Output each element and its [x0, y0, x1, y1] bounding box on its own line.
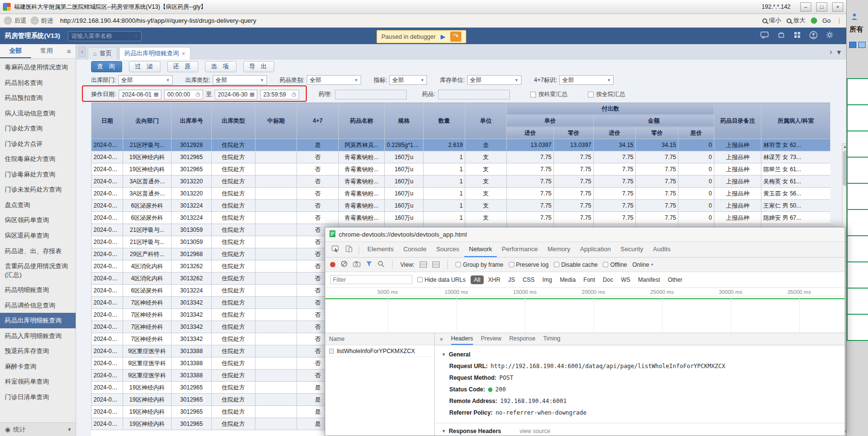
table-row[interactable]: 2024-06-306区泌尿外科3013224住院处方否青霉素钠粉...160万…	[92, 200, 831, 212]
close-detail-icon[interactable]: ×	[440, 336, 443, 343]
column-header[interactable]: 药品目录备注	[714, 103, 761, 139]
sidebar-item[interactable]: 药品别名查询	[0, 75, 76, 91]
network-type-filter[interactable]: Media	[556, 275, 579, 284]
sidebar-item[interactable]: 盘点查询	[0, 197, 76, 213]
sidebar-item[interactable]: 药品预扣查询	[0, 90, 76, 106]
network-type-filter[interactable]: All	[471, 275, 484, 284]
devtools-tab-elements[interactable]: Elements	[363, 242, 398, 257]
network-type-filter[interactable]: Font	[580, 275, 599, 284]
view-detail-icon[interactable]	[432, 261, 440, 268]
table-row[interactable]: 2024-06-3019区神经内科3012965住院处方否青霉素钠粉...160…	[92, 151, 831, 163]
zoom-out-button[interactable]: 缩小	[762, 16, 781, 25]
network-type-filter[interactable]: Other	[664, 275, 686, 284]
sidebar-item[interactable]: 门诊毒麻处方查询	[0, 167, 76, 182]
network-timeline[interactable]: 5000 ms10000 ms15000 ms20000 ms25000 ms3…	[325, 288, 845, 333]
sidebar-item[interactable]: 门诊未发药处方查询	[0, 182, 76, 197]
device-toolbar-icon[interactable]	[343, 245, 355, 254]
column-header[interactable]: 去向部门	[123, 103, 172, 139]
table-row[interactable]: 2024-06-3019区神经内科3012965住院处方否青霉素钠粉...160…	[92, 163, 831, 176]
sidebar-item[interactable]: 药品明细账查询	[0, 282, 76, 298]
filter-select[interactable]: 全部▼	[559, 75, 614, 85]
sidebar-item[interactable]: 贵重药品使用情况查询(汇总)	[0, 258, 76, 282]
message-icon[interactable]	[760, 31, 769, 41]
sidebar-item[interactable]: 病区领药单查询	[0, 212, 76, 228]
sidebar-item[interactable]: 门诊处方点评	[0, 136, 76, 152]
devtools-tab-memory[interactable]: Memory	[543, 242, 575, 257]
sidebar-item[interactable]: 药品出库明细账查询	[0, 313, 76, 328]
close-button[interactable]: ×	[832, 2, 843, 12]
tab-scroll-right[interactable]: ›	[830, 48, 832, 57]
sidebar-item[interactable]: 预退药库存查询	[0, 343, 76, 359]
menu-search-dropdown[interactable]: 请输入菜单名称 ▼	[68, 31, 142, 41]
date-from-input[interactable]: 2024-06-01 ▦	[119, 90, 161, 99]
tab-home[interactable]: ⌂ 首页	[88, 47, 117, 60]
toolbar-button[interactable]: 导 出	[243, 61, 274, 72]
column-subheader[interactable]: 进价	[507, 127, 554, 139]
devtools-tab-network[interactable]: Network	[464, 242, 497, 257]
column-header[interactable]: 中标期	[255, 103, 297, 139]
table-row[interactable]: 2024-06-3021区呼吸与...3012928住院处方是阿莫西林克...0…	[92, 139, 831, 151]
toolbar-button[interactable]: 过 滤	[129, 61, 160, 72]
column-header[interactable]: 单位	[465, 103, 507, 139]
go-button[interactable]: Go	[822, 17, 831, 24]
view-list-icon[interactable]	[420, 261, 427, 268]
devtools-tab-application[interactable]: Application	[575, 242, 616, 257]
column-header[interactable]: 数量	[424, 103, 465, 139]
sidebar-item[interactable]: 药品入库明细账查询	[0, 328, 76, 344]
request-row[interactable]: listWholeInfoForYPCKMXZCX	[325, 345, 434, 357]
devtools-tab-security[interactable]: Security	[615, 242, 648, 257]
filter-select[interactable]: 全部▼	[118, 75, 173, 85]
sidebar-item[interactable]: 住院毒麻处方查询	[0, 151, 76, 167]
column-header[interactable]: 药品名称	[339, 103, 385, 139]
network-type-filter[interactable]: Img	[539, 275, 555, 284]
detail-tab-headers[interactable]: Headers	[451, 333, 473, 345]
name-column-header[interactable]: Name	[325, 333, 434, 345]
column-header[interactable]: 出库类型	[212, 103, 255, 139]
zoom-in-button[interactable]: 放大	[787, 16, 805, 25]
summarize-by-dept-checkbox[interactable]: 按科室汇总	[530, 90, 568, 98]
network-filter-input[interactable]	[330, 275, 412, 284]
drug-input[interactable]	[438, 90, 510, 99]
tab-close-icon[interactable]: ×	[182, 50, 185, 57]
network-type-filter[interactable]: JS	[505, 275, 518, 284]
sidebar-item[interactable]: 科室领药单查询	[0, 374, 76, 389]
sidebar-item[interactable]: 门诊处方查询	[0, 121, 76, 136]
column-subheader[interactable]: 零价	[554, 127, 594, 139]
column-subheader[interactable]: 差价	[679, 127, 714, 139]
profile-icon[interactable]	[809, 31, 818, 41]
offline-checkbox[interactable]: Offline	[603, 261, 627, 268]
hide-data-urls-checkbox[interactable]: Hide data URLs	[417, 276, 466, 283]
network-type-filter[interactable]: XHR	[485, 275, 504, 284]
column-subheader[interactable]: 零价	[636, 127, 679, 139]
table-row[interactable]: 2024-06-303A区普通外...3013220住院处方否青霉素钠粉...1…	[92, 176, 831, 188]
inspect-element-icon[interactable]	[329, 245, 342, 254]
time-to-input[interactable]: 23:59:59 ◷	[260, 90, 299, 99]
toolbar-button[interactable]: 还 原	[167, 61, 198, 72]
column-header[interactable]: 4+7	[297, 103, 339, 139]
scrollbar-thumb[interactable]	[843, 151, 846, 186]
tab-scroll-left[interactable]: ‹	[79, 47, 86, 57]
step-over-icon[interactable]: ↷	[450, 32, 461, 42]
back-button[interactable]: ← 后退	[4, 16, 27, 25]
menu-dots-icon[interactable]: ⋮	[836, 17, 842, 24]
sidebar-item[interactable]: 药品调价信息查询	[0, 298, 76, 313]
group-by-frame-checkbox[interactable]: Group by frame	[456, 261, 503, 268]
general-section-header[interactable]: ▼ General	[435, 351, 845, 360]
table-row[interactable]: 2024-06-306区泌尿外科3013224住院处方否青霉素钠粉...160万…	[92, 212, 831, 224]
detail-tab-response[interactable]: Response	[509, 333, 536, 345]
filter-select[interactable]: 全部▼	[467, 75, 521, 85]
apps-grid-icon[interactable]	[793, 31, 801, 41]
minimize-button[interactable]: –	[800, 2, 811, 12]
response-headers-section-header[interactable]: ▼ Response Headers view source	[435, 428, 845, 436]
column-header[interactable]: 日期	[92, 103, 123, 139]
sidebar-item[interactable]: 门诊日清单查询	[0, 389, 76, 405]
tab-drugs-delivery-query[interactable]: 药品出库明细账查询 ×	[119, 47, 191, 60]
devtools-tab-performance[interactable]: Performance	[497, 242, 542, 257]
toolbar-button[interactable]: 选 项	[205, 61, 236, 72]
address-bar[interactable]: http://192.168.190.44:8000/his-yf/app/#/…	[60, 17, 256, 24]
summarize-by-hospital-checkbox[interactable]: 按全院汇总	[588, 90, 625, 98]
pharmacology-input[interactable]	[335, 90, 407, 99]
sidebar-item[interactable]: 毒麻药品使用情况查询	[0, 60, 76, 75]
devtools-tab-audits[interactable]: Audits	[648, 242, 675, 257]
preserve-log-checkbox[interactable]: Preserve log	[509, 261, 549, 268]
